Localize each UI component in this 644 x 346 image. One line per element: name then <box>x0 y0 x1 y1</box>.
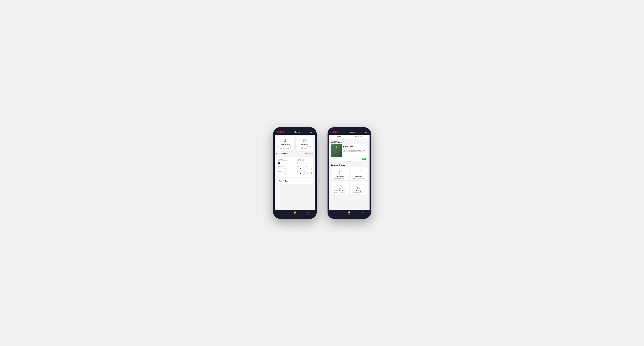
drill-desc: Play 1 shot at each target yardage. If y… <box>343 149 366 153</box>
drill-title: Wedge Ladder <box>343 145 354 147</box>
most-popular-title: Most Popular <box>331 141 368 143</box>
ott-value: 0 <box>297 167 304 170</box>
skill-areas-section: Explore skill areas Off T <box>331 164 368 194</box>
chevron-right-icon: › <box>310 180 311 182</box>
menu-icon[interactable]: ☰ <box>310 131 312 133</box>
nav-activities[interactable]: ⚡ Activities <box>288 211 302 215</box>
add-round-icon <box>283 138 287 143</box>
app-logo-2: clippd <box>332 131 338 133</box>
dot-3 <box>350 162 351 162</box>
skill-off-the-tee[interactable]: Off The Tee Power and accuracy <box>331 167 349 180</box>
nav-activities-2[interactable]: ⚡ Activities <box>342 211 356 215</box>
golf-bag-item[interactable]: My Golf Bag › <box>276 178 314 184</box>
skill-name-app: Approach <box>355 176 362 177</box>
svg-rect-2 <box>303 139 306 142</box>
shots-circle-icon: ● <box>332 158 333 160</box>
approach-icon <box>356 169 362 175</box>
skill-around-the-green[interactable]: Around The Green Hone your short game <box>331 181 349 194</box>
activities-icon: ⚡ <box>293 211 296 214</box>
drill-image <box>331 144 342 157</box>
tournament-value: 0 <box>278 167 293 170</box>
skill-name-atg: Around The Green <box>333 190 346 192</box>
skill-approach[interactable]: Approach Dial-in to hit the green <box>350 167 368 180</box>
featured-drill-card[interactable]: Wedge Ladder ☆ 50–100 yds Play 1 shot at… <box>331 144 368 161</box>
app-title-practice: Practice <box>348 131 355 133</box>
svg-point-15 <box>341 170 342 171</box>
add-round-card[interactable]: Add Round Record your shots in fast or e… <box>276 137 294 151</box>
drill-range: 50–100 yds <box>343 147 366 149</box>
svg-point-6 <box>336 146 337 148</box>
rounds-capture-value: 0 <box>278 162 293 165</box>
drills-capture-label: Drills Capture <box>297 160 312 162</box>
phone-practice: clippd Practice ☰ Drills Favourites Most… <box>328 127 371 219</box>
stats-card: Rounds Rounds Capture 0 Tournament 0 Pra… <box>276 157 314 176</box>
drill-info: Wedge Ladder ☆ 50–100 yds Play 1 shot at… <box>342 144 368 157</box>
action-cards: Add Round Record your shots in fast or e… <box>276 137 314 151</box>
practice-value: 0 <box>278 172 293 175</box>
app-badge: APP <box>362 158 366 160</box>
arg-value: 0 <box>297 172 304 175</box>
svg-point-26 <box>341 186 342 187</box>
app-title-home: Home <box>294 131 300 133</box>
skill-areas-title: Explore skill areas <box>331 164 368 166</box>
skill-name-putt: Putting <box>356 190 361 192</box>
skill-putting[interactable]: Putting Make and lag practice <box>350 181 368 194</box>
home-icon-2: ⌂ <box>335 211 336 214</box>
putt-value: 4 <box>304 172 312 175</box>
nav-activities-label: Activities <box>292 214 298 215</box>
svg-line-7 <box>336 148 336 151</box>
practice-content: Most Popular <box>329 139 370 210</box>
drills-title: Practice Drills <box>297 159 312 160</box>
carousel-dots <box>331 162 368 162</box>
add-practice-desc: Capture your practice off-the-course <box>297 146 312 149</box>
rounds-title: Rounds <box>278 159 293 160</box>
add-round-title: Add Round <box>281 144 290 146</box>
view-activity-link[interactable]: View Activity <box>305 153 313 154</box>
putting-icon <box>356 183 362 189</box>
activity-title: Last 3 Months <box>276 153 288 155</box>
app-value: 4 <box>304 167 312 170</box>
skill-name-ott: Off The Tee <box>336 176 344 177</box>
stats-row: Rounds Rounds Capture 0 Tournament 0 Pra… <box>278 159 312 175</box>
nav-capture-label: Capture <box>306 214 311 215</box>
nav-capture-2[interactable]: ⊕ Capture <box>356 211 370 215</box>
tab-drills[interactable]: Drills <box>329 135 349 139</box>
skill-grid: Off The Tee Power and accuracy <box>331 167 368 194</box>
practice-tabs: Drills Favourites <box>329 135 370 139</box>
nav-home-2[interactable]: ⌂ Home <box>329 211 342 215</box>
nav-capture-label-2: Capture <box>360 214 365 215</box>
drill-title-row: Wedge Ladder ☆ <box>343 145 366 147</box>
skill-desc-atg: Hone your short game <box>334 192 346 193</box>
nav-capture[interactable]: ⊕ Capture <box>302 211 315 215</box>
most-popular-section: Most Popular <box>331 141 368 163</box>
dot-2 <box>349 162 350 162</box>
tab-favourites[interactable]: Favourites <box>349 135 370 139</box>
app-header-home: clippd Home ☰ <box>275 129 315 135</box>
svg-point-3 <box>304 140 305 141</box>
add-round-desc: Record your shots in fast or enhanced mo… <box>278 146 293 149</box>
add-practice-icon <box>302 138 306 143</box>
capture-icon: ⊕ <box>307 211 310 214</box>
skill-desc-putt: Make and lag practice <box>353 192 364 193</box>
nav-home[interactable]: ⌂ Home <box>275 211 288 215</box>
rounds-capture-label: Rounds Capture <box>278 160 293 162</box>
nav-home-label-2: Home <box>334 214 337 215</box>
home-content: Add Round Record your shots in fast or e… <box>275 135 315 210</box>
dot-1 <box>347 162 348 162</box>
bottom-nav-home: ⌂ Home ⚡ Activities ⊕ Capture <box>275 210 315 217</box>
svg-point-27 <box>338 188 341 188</box>
skill-desc-ott: Power and accuracy <box>334 177 345 179</box>
add-practice-card[interactable]: Add Practice Capture your practice off-t… <box>296 137 314 151</box>
drills-capture-value: 8 <box>297 162 312 165</box>
menu-icon-2[interactable]: ☰ <box>365 131 367 133</box>
favourite-star[interactable]: ☆ <box>365 145 366 147</box>
svg-point-22 <box>358 173 359 174</box>
bottom-nav-practice: ⌂ Home ⚡ Activities ⊕ Capture <box>329 210 370 217</box>
drills-block: Practice Drills Drills Capture 8 OTT 0 A… <box>297 159 312 175</box>
nav-activities-label-2: Activities <box>347 214 352 215</box>
skill-desc-app: Dial-in to hit the green <box>353 177 364 179</box>
add-practice-title: Add Practice <box>300 144 310 146</box>
rounds-block: Rounds Rounds Capture 0 Tournament 0 Pra… <box>278 159 293 175</box>
phone-home: clippd Home ☰ A <box>273 127 317 219</box>
app-header-practice: clippd Practice ☰ <box>329 129 370 135</box>
